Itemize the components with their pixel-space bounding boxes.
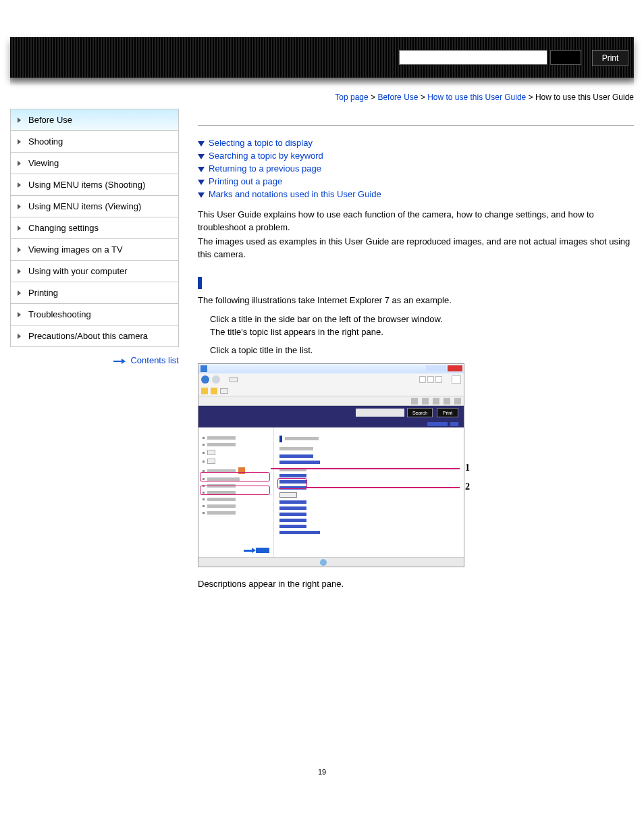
- minimize-maximize-icon: [426, 365, 446, 371]
- intro-text: The images used as examples in this User…: [198, 236, 634, 261]
- tool-icon: [454, 398, 461, 405]
- contents-list-label[interactable]: Contents list: [130, 355, 179, 365]
- breadcrumb-sep: >: [421, 93, 425, 102]
- contents-list-link[interactable]: Contents list: [10, 355, 179, 365]
- breadcrumb-link[interactable]: Top page: [335, 93, 368, 102]
- step-text: The title's topic list appears in the ri…: [210, 327, 634, 337]
- breadcrumb-sep: >: [529, 93, 533, 102]
- sidebar-item-menu-shooting[interactable]: Using MENU items (Shooting): [11, 174, 178, 196]
- triangle-down-icon: [198, 167, 205, 172]
- illustration-caption: The following illustrations take Interne…: [198, 294, 634, 307]
- callout-number: 1: [465, 463, 470, 473]
- sidebar: Before Use Shooting Viewing Using MENU i…: [10, 109, 179, 592]
- print-button[interactable]: Print: [592, 50, 628, 66]
- callout-line: [271, 468, 460, 469]
- breadcrumb: Top page > Before Use > How to use this …: [10, 93, 634, 102]
- page-search-button: Search: [407, 408, 433, 417]
- page-body: [198, 427, 464, 557]
- sidebar-item-before-use[interactable]: Before Use: [11, 109, 178, 131]
- jump-link[interactable]: Selecting a topic to display: [209, 138, 313, 148]
- favorite-icon: [211, 388, 217, 394]
- illustration-frame: Search Print: [198, 363, 464, 567]
- accent-bar-icon: [279, 436, 282, 442]
- jump-link[interactable]: Marks and notations used in this User Gu…: [209, 189, 381, 199]
- triangle-down-icon: [198, 141, 205, 147]
- callout-box: [200, 472, 270, 481]
- divider: [198, 125, 634, 126]
- sidebar-item-printing[interactable]: Printing: [11, 282, 178, 304]
- callout-box: [200, 486, 270, 495]
- jump-link[interactable]: Printing out a page: [209, 176, 282, 186]
- sidebar-item-changing-settings[interactable]: Changing settings: [11, 217, 178, 239]
- intro-text: This User Guide explains how to use each…: [198, 209, 634, 234]
- tab-icon: [220, 388, 228, 394]
- main-content: Selecting a topic to display Searching a…: [198, 109, 634, 592]
- callout-line: [306, 487, 460, 488]
- callout-box: [277, 478, 307, 489]
- back-icon: [201, 375, 209, 384]
- triangle-down-icon: [198, 192, 205, 198]
- after-illustration-text: Descriptions appear in the right pane.: [198, 578, 634, 591]
- sidebar-item-computer[interactable]: Using with your computer: [11, 261, 178, 282]
- tool-icon: [444, 398, 450, 405]
- breadcrumb-link[interactable]: Before Use: [377, 93, 418, 102]
- page-sidebar: [198, 427, 274, 557]
- subheader-block: [450, 422, 458, 426]
- arrow-right-icon: [113, 355, 126, 365]
- page-main: [274, 427, 464, 557]
- section-heading: [198, 277, 634, 289]
- callout-number: 2: [465, 481, 470, 492]
- browser-toolbar: [198, 396, 464, 406]
- sidebar-item-troubleshooting[interactable]: Troubleshooting: [11, 304, 178, 325]
- heading-bar-icon: [198, 277, 202, 289]
- header-bar: Print: [10, 37, 634, 78]
- tool-icon: [422, 398, 429, 405]
- breadcrumb-sep: >: [371, 93, 375, 102]
- forward-icon: [212, 375, 220, 384]
- jump-link[interactable]: Searching a topic by keyword: [209, 151, 323, 161]
- subheader-block: [427, 422, 448, 426]
- breadcrumb-link[interactable]: How to use this User Guide: [427, 93, 526, 102]
- page-number: 19: [10, 768, 634, 776]
- sidebar-item-tv[interactable]: Viewing images on a TV: [11, 239, 178, 261]
- favorite-icon: [201, 388, 208, 394]
- browser-tab-row: [198, 386, 464, 396]
- nav-button-icon: [427, 376, 434, 383]
- sidebar-item-menu-viewing[interactable]: Using MENU items (Viewing): [11, 196, 178, 217]
- triangle-down-icon: [198, 154, 205, 159]
- nav-button-icon: [419, 376, 426, 383]
- window-icon: [200, 365, 207, 372]
- close-icon: [448, 365, 462, 371]
- page-subheader: [198, 421, 464, 427]
- step-text: Click a title in the side bar on the lef…: [210, 314, 634, 324]
- window-titlebar: [198, 364, 464, 373]
- step-text: Click a topic title in the list.: [210, 345, 634, 355]
- browser-nav-row: [198, 373, 464, 386]
- page-header-bar: Search Print: [198, 406, 464, 421]
- page-icon: [230, 377, 238, 382]
- triangle-down-icon: [198, 180, 205, 185]
- illustration: Search Print: [198, 363, 464, 567]
- search-input[interactable]: [399, 50, 547, 65]
- search-button[interactable]: [550, 50, 581, 65]
- nav-button-icon: [435, 376, 442, 383]
- jump-link-list: Selecting a topic to display Searching a…: [198, 138, 634, 199]
- globe-icon: [320, 559, 327, 566]
- tool-icon: [411, 398, 418, 405]
- page-search-input: [356, 409, 404, 417]
- page-print-button: Print: [437, 408, 458, 417]
- jump-link[interactable]: Returning to a previous page: [209, 163, 321, 174]
- sidebar-item-precautions[interactable]: Precautions/About this camera: [11, 325, 178, 347]
- sidebar-item-shooting[interactable]: Shooting: [11, 131, 178, 153]
- sidebar-item-viewing[interactable]: Viewing: [11, 153, 178, 174]
- search-field-icon: [452, 375, 461, 384]
- browser-statusbar: [198, 557, 464, 567]
- tool-icon: [433, 398, 439, 405]
- breadcrumb-current: How to use this User Guide: [535, 93, 634, 102]
- step-list: Click a title in the side bar on the lef…: [210, 314, 634, 355]
- sidebar-menu: Before Use Shooting Viewing Using MENU i…: [10, 109, 179, 347]
